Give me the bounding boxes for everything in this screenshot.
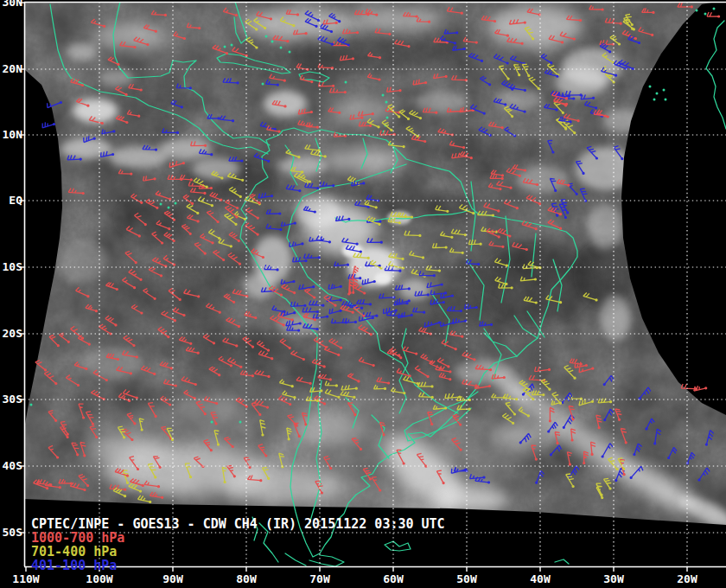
lon-label-40w: 40W (530, 573, 550, 585)
legend-item-high: 401-100 hPa (31, 559, 117, 572)
lat-label-40s: 40S (0, 460, 22, 472)
legend-item-low: 1000-700 hPa (31, 531, 124, 545)
lat-label-10s: 10S (0, 261, 22, 273)
lon-label-50w: 50W (456, 573, 476, 585)
lat-label-30s: 30S (0, 393, 22, 406)
lon-label-80w: 80W (236, 573, 256, 585)
lon-label-20w: 20W (677, 573, 697, 585)
lat-label-20n: 20N (0, 63, 22, 75)
lon-label-110w: 110W (12, 573, 39, 585)
satellite-wind-product: 30N20N10NEQ10S20S30S40S50S110W100W90W80W… (0, 0, 726, 588)
lon-label-30w: 30W (603, 573, 623, 585)
satellite-map-canvas (0, 0, 726, 588)
lat-label-50s: 50S (0, 527, 22, 539)
lon-label-100w: 100W (86, 573, 112, 585)
lat-label-10n: 10N (0, 129, 22, 141)
lat-label-30n: 30N (0, 0, 22, 9)
product-title: CPTEC/INPE - GOES13 - CDW CH4 (IR) 20151… (31, 517, 445, 531)
legend-item-mid: 701-400 hPa (31, 545, 117, 559)
lat-label-20s: 20S (0, 328, 22, 340)
lat-label-eq: EQ (0, 195, 22, 207)
lon-label-70w: 70W (309, 573, 329, 585)
lon-label-90w: 90W (162, 573, 182, 585)
lon-label-60w: 60W (383, 573, 403, 585)
